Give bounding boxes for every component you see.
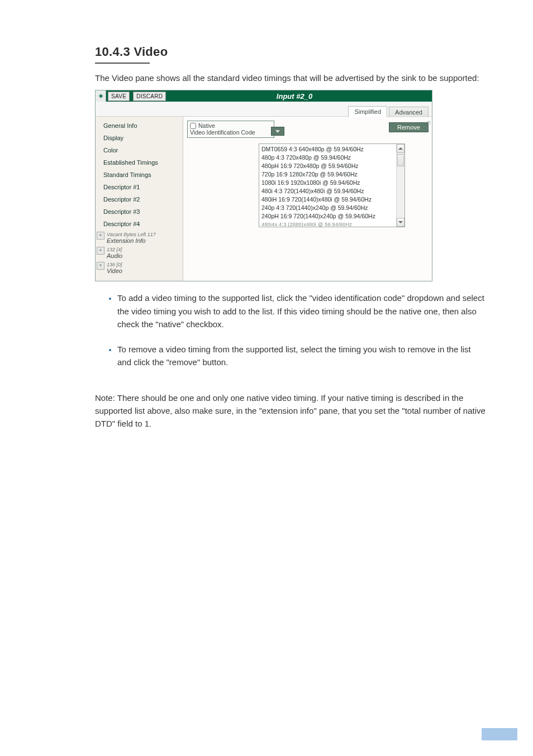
list-item[interactable]: 1080i 16:9 1920x1080i @ 59.94/60Hz — [261, 179, 394, 187]
scrollbar[interactable] — [396, 144, 404, 227]
list-item[interactable]: 480iH 16:9 720(1440)x480i @ 59.94/60Hz — [261, 195, 394, 204]
save-button[interactable]: SAVE — [108, 92, 130, 101]
sidebar-node-label: Audio — [107, 253, 122, 259]
sidebar: General Info Display Color Established T… — [96, 117, 183, 281]
sidebar-item-d2[interactable]: Descriptor #2 — [100, 194, 180, 205]
scroll-thumb[interactable] — [397, 154, 404, 166]
scroll-down-button[interactable] — [397, 218, 404, 227]
scroll-track[interactable] — [397, 153, 404, 218]
discard-button[interactable]: DISCARD — [133, 92, 166, 101]
heading-underline — [95, 63, 150, 64]
main-pane: Native Video Identification Code Remove … — [183, 117, 432, 281]
vic-dropdown[interactable] — [271, 127, 284, 136]
tab-row: Simplified Advanced — [96, 102, 432, 117]
list-item[interactable]: 480i 4:3 720(1440)x480i @ 59.94/60Hz — [261, 187, 394, 195]
list-item[interactable]: 240p 4:3 720(1440)x240p @ 59.94/60Hz — [261, 204, 394, 212]
window-titlebar: ✶ SAVE DISCARD Input #2_0 — [96, 90, 432, 102]
sidebar-item-general[interactable]: General Info — [100, 120, 180, 131]
video-timings-list[interactable]: DMT0659 4:3 640x480p @ 59.94/60Hz 480p 4… — [259, 143, 405, 227]
list-item[interactable]: 720p 16:9 1280x720p @ 59.94/60Hz — [261, 170, 394, 179]
tab-advanced[interactable]: Advanced — [389, 107, 429, 117]
scroll-up-button[interactable] — [397, 144, 404, 153]
sidebar-item-std[interactable]: Standard Timings — [100, 169, 180, 180]
sidebar-item-d3[interactable]: Descriptor #3 — [100, 206, 180, 217]
sidebar-item-display[interactable]: Display — [100, 132, 180, 143]
list-item[interactable]: 480p 4:3 720x480p @ 59.94/60Hz — [261, 154, 394, 162]
bullet-add-timing: To add a video timing to the supported l… — [117, 291, 486, 331]
bullet-remove-timing: To remove a video timing from the suppor… — [117, 343, 486, 369]
sidebar-node-audio[interactable]: × 132 [4] Audio — [100, 246, 183, 260]
titlebar-spacer: Input #2_0 — [168, 90, 432, 102]
intro-paragraph: The Video pane shows all the standard vi… — [95, 71, 486, 84]
sidebar-item-color[interactable]: Color — [100, 145, 180, 156]
star-icon: ✶ — [96, 90, 106, 102]
sidebar-item-d4[interactable]: Descriptor #4 — [100, 218, 180, 229]
resize-handle-icon — [427, 121, 430, 125]
sidebar-node-video[interactable]: × 136 [0] Video — [100, 261, 183, 275]
screenshot-panel: ✶ SAVE DISCARD Input #2_0 Simplified Adv… — [95, 90, 432, 281]
list-item[interactable]: 480pH 16:9 720x480p @ 59.94/60Hz — [261, 162, 394, 170]
close-icon[interactable]: × — [97, 247, 104, 255]
sidebar-node-label: Extension Info — [107, 238, 156, 244]
tab-simplified[interactable]: Simplified — [348, 106, 387, 117]
sidebar-item-est[interactable]: Established Timings — [100, 157, 180, 168]
close-icon[interactable]: × — [97, 262, 104, 270]
remove-button[interactable]: Remove — [389, 122, 429, 132]
close-icon[interactable]: × — [97, 232, 104, 240]
list-item-partial: 480i4x 4:3 (2880)x480i @ 59.94/60Hz — [261, 221, 394, 227]
native-label: Native — [198, 122, 215, 129]
list-item[interactable]: 240pH 16:9 720(1440)x240p @ 59.94/60Hz — [261, 212, 394, 221]
list-rows: DMT0659 4:3 640x480p @ 59.94/60Hz 480p 4… — [259, 144, 396, 227]
window-title: Input #2_0 — [277, 92, 312, 101]
note-paragraph: Note: There should be one and only one n… — [95, 391, 486, 430]
chevron-down-icon — [275, 130, 280, 133]
native-vic-box: Native Video Identification Code — [187, 121, 274, 138]
section-heading: 10.4.3 Video — [95, 45, 486, 59]
footer-accent — [482, 728, 517, 740]
list-item[interactable]: DMT0659 4:3 640x480p @ 59.94/60Hz — [261, 145, 394, 154]
vic-label: Video Identification Code — [190, 129, 272, 136]
native-checkbox[interactable] — [190, 123, 196, 129]
sidebar-node-label: Video — [107, 268, 122, 274]
sidebar-node-extension[interactable]: × Vacant Bytes Left 117 Extension Info — [100, 231, 183, 245]
bullet-list: To add a video timing to the supported l… — [95, 291, 486, 369]
sidebar-item-d1[interactable]: Descriptor #1 — [100, 181, 180, 193]
